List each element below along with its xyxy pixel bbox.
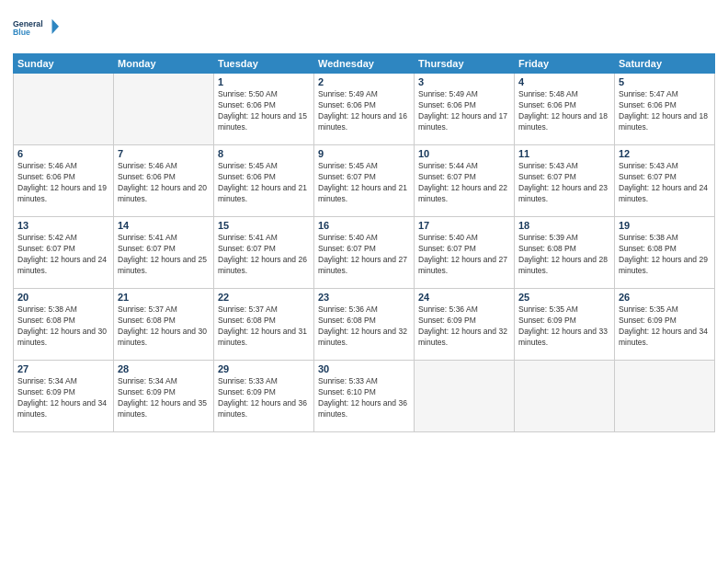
table-row: 26 Sunrise: 5:35 AMSunset: 6:09 PMDaylig…	[615, 289, 715, 361]
calendar-row-5: 27 Sunrise: 5:34 AMSunset: 6:09 PMDaylig…	[14, 361, 715, 432]
header-monday: Monday	[114, 54, 214, 74]
day-detail: Sunrise: 5:45 AMSunset: 6:06 PMDaylight:…	[218, 161, 310, 205]
day-detail: Sunrise: 5:34 AMSunset: 6:09 PMDaylight:…	[17, 376, 109, 420]
table-row: 21 Sunrise: 5:37 AMSunset: 6:08 PMDaylig…	[114, 289, 214, 361]
day-number: 10	[418, 148, 510, 159]
day-detail: Sunrise: 5:33 AMSunset: 6:09 PMDaylight:…	[218, 376, 310, 420]
table-row	[415, 361, 515, 432]
day-number: 5	[619, 76, 711, 87]
table-row: 23 Sunrise: 5:36 AMSunset: 6:08 PMDaylig…	[314, 289, 415, 361]
table-row: 17 Sunrise: 5:40 AMSunset: 6:07 PMDaylig…	[415, 217, 515, 289]
day-number: 18	[518, 220, 610, 231]
table-row: 3 Sunrise: 5:49 AMSunset: 6:06 PMDayligh…	[415, 74, 515, 145]
day-number: 19	[619, 220, 711, 231]
day-detail: Sunrise: 5:35 AMSunset: 6:09 PMDaylight:…	[518, 304, 610, 349]
day-detail: Sunrise: 5:37 AMSunset: 6:08 PMDaylight:…	[218, 304, 310, 349]
day-detail: Sunrise: 5:39 AMSunset: 6:08 PMDaylight:…	[518, 233, 610, 277]
day-detail: Sunrise: 5:50 AMSunset: 6:06 PMDaylight:…	[218, 89, 310, 133]
day-detail: Sunrise: 5:46 AMSunset: 6:06 PMDaylight:…	[118, 161, 210, 205]
day-number: 24	[418, 292, 510, 303]
day-detail: Sunrise: 5:46 AMSunset: 6:06 PMDaylight:…	[17, 161, 109, 205]
header: General Blue	[13, 9, 715, 46]
day-detail: Sunrise: 5:40 AMSunset: 6:07 PMDaylight:…	[318, 233, 410, 277]
header-tuesday: Tuesday	[214, 54, 314, 74]
svg-text:Blue: Blue	[13, 28, 30, 37]
day-detail: Sunrise: 5:47 AMSunset: 6:06 PMDaylight:…	[619, 89, 711, 133]
day-number: 29	[218, 363, 310, 374]
table-row: 11 Sunrise: 5:43 AMSunset: 6:07 PMDaylig…	[515, 145, 615, 217]
logo-svg: General Blue	[13, 9, 59, 46]
day-number: 8	[218, 148, 310, 159]
day-number: 6	[17, 148, 109, 159]
day-detail: Sunrise: 5:37 AMSunset: 6:08 PMDaylight:…	[118, 304, 210, 349]
day-detail: Sunrise: 5:43 AMSunset: 6:07 PMDaylight:…	[518, 161, 610, 205]
header-wednesday: Wednesday	[314, 54, 415, 74]
table-row	[14, 74, 114, 145]
day-number: 30	[318, 363, 410, 374]
calendar-row-4: 20 Sunrise: 5:38 AMSunset: 6:08 PMDaylig…	[14, 289, 715, 361]
day-number: 23	[318, 292, 410, 303]
day-detail: Sunrise: 5:40 AMSunset: 6:07 PMDaylight:…	[418, 233, 510, 277]
day-number: 12	[619, 148, 711, 159]
header-friday: Friday	[515, 54, 615, 74]
table-row: 15 Sunrise: 5:41 AMSunset: 6:07 PMDaylig…	[214, 217, 314, 289]
table-row: 13 Sunrise: 5:42 AMSunset: 6:07 PMDaylig…	[14, 217, 114, 289]
calendar-row-1: 1 Sunrise: 5:50 AMSunset: 6:06 PMDayligh…	[14, 74, 715, 145]
svg-marker-2	[52, 19, 60, 34]
table-row	[114, 74, 214, 145]
table-row: 9 Sunrise: 5:45 AMSunset: 6:07 PMDayligh…	[314, 145, 415, 217]
table-row: 8 Sunrise: 5:45 AMSunset: 6:06 PMDayligh…	[214, 145, 314, 217]
day-detail: Sunrise: 5:38 AMSunset: 6:08 PMDaylight:…	[17, 304, 109, 349]
table-row: 12 Sunrise: 5:43 AMSunset: 6:07 PMDaylig…	[615, 145, 715, 217]
day-number: 3	[418, 76, 510, 87]
day-number: 26	[619, 292, 711, 303]
table-row: 29 Sunrise: 5:33 AMSunset: 6:09 PMDaylig…	[214, 361, 314, 432]
table-row: 25 Sunrise: 5:35 AMSunset: 6:09 PMDaylig…	[515, 289, 615, 361]
table-row: 7 Sunrise: 5:46 AMSunset: 6:06 PMDayligh…	[114, 145, 214, 217]
day-number: 13	[17, 220, 109, 231]
day-number: 25	[518, 292, 610, 303]
day-detail: Sunrise: 5:33 AMSunset: 6:10 PMDaylight:…	[318, 376, 410, 420]
day-number: 11	[518, 148, 610, 159]
table-row: 10 Sunrise: 5:44 AMSunset: 6:07 PMDaylig…	[415, 145, 515, 217]
table-row	[515, 361, 615, 432]
day-detail: Sunrise: 5:49 AMSunset: 6:06 PMDaylight:…	[318, 89, 410, 133]
day-detail: Sunrise: 5:43 AMSunset: 6:07 PMDaylight:…	[619, 161, 711, 205]
table-row: 14 Sunrise: 5:41 AMSunset: 6:07 PMDaylig…	[114, 217, 214, 289]
day-number: 7	[118, 148, 210, 159]
day-detail: Sunrise: 5:34 AMSunset: 6:09 PMDaylight:…	[118, 376, 210, 420]
day-detail: Sunrise: 5:41 AMSunset: 6:07 PMDaylight:…	[218, 233, 310, 277]
header-saturday: Saturday	[615, 54, 715, 74]
day-number: 2	[318, 76, 410, 87]
day-number: 14	[118, 220, 210, 231]
calendar-row-3: 13 Sunrise: 5:42 AMSunset: 6:07 PMDaylig…	[14, 217, 715, 289]
day-detail: Sunrise: 5:49 AMSunset: 6:06 PMDaylight:…	[418, 89, 510, 133]
day-detail: Sunrise: 5:42 AMSunset: 6:07 PMDaylight:…	[17, 233, 109, 277]
day-number: 28	[118, 363, 210, 374]
table-row: 30 Sunrise: 5:33 AMSunset: 6:10 PMDaylig…	[314, 361, 415, 432]
table-row: 2 Sunrise: 5:49 AMSunset: 6:06 PMDayligh…	[314, 74, 415, 145]
day-detail: Sunrise: 5:35 AMSunset: 6:09 PMDaylight:…	[619, 304, 711, 349]
logo: General Blue	[13, 9, 59, 46]
table-row: 20 Sunrise: 5:38 AMSunset: 6:08 PMDaylig…	[14, 289, 114, 361]
calendar-table: Sunday Monday Tuesday Wednesday Thursday…	[13, 53, 715, 432]
day-detail: Sunrise: 5:36 AMSunset: 6:08 PMDaylight:…	[318, 304, 410, 349]
calendar-row-2: 6 Sunrise: 5:46 AMSunset: 6:06 PMDayligh…	[14, 145, 715, 217]
day-number: 20	[17, 292, 109, 303]
day-number: 4	[518, 76, 610, 87]
table-row: 5 Sunrise: 5:47 AMSunset: 6:06 PMDayligh…	[615, 74, 715, 145]
table-row	[615, 361, 715, 432]
table-row: 6 Sunrise: 5:46 AMSunset: 6:06 PMDayligh…	[14, 145, 114, 217]
calendar-page: General Blue Sunday Monday Tuesday Wedne…	[0, 0, 728, 563]
day-detail: Sunrise: 5:44 AMSunset: 6:07 PMDaylight:…	[418, 161, 510, 205]
day-number: 16	[318, 220, 410, 231]
day-detail: Sunrise: 5:38 AMSunset: 6:08 PMDaylight:…	[619, 233, 711, 277]
table-row: 27 Sunrise: 5:34 AMSunset: 6:09 PMDaylig…	[14, 361, 114, 432]
header-thursday: Thursday	[415, 54, 515, 74]
day-number: 17	[418, 220, 510, 231]
day-number: 21	[118, 292, 210, 303]
day-number: 1	[218, 76, 310, 87]
table-row: 1 Sunrise: 5:50 AMSunset: 6:06 PMDayligh…	[214, 74, 314, 145]
table-row: 16 Sunrise: 5:40 AMSunset: 6:07 PMDaylig…	[314, 217, 415, 289]
weekday-header-row: Sunday Monday Tuesday Wednesday Thursday…	[14, 54, 715, 74]
